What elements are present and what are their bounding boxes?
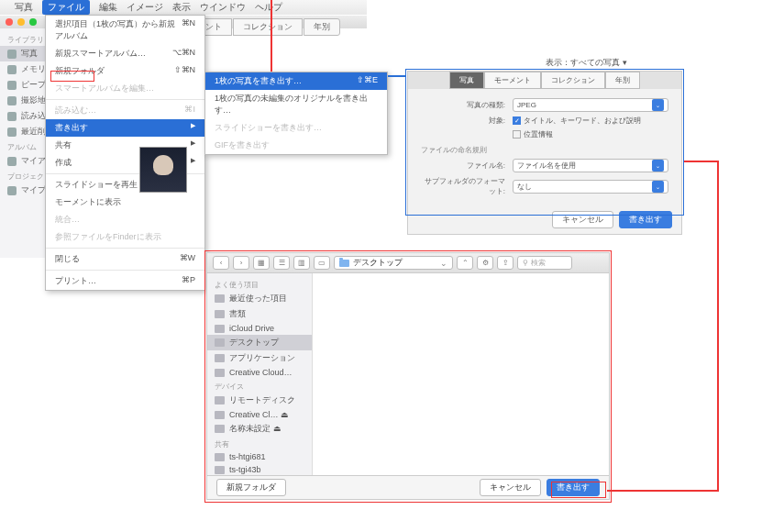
- folder-icon: [339, 260, 349, 267]
- group-button[interactable]: ⌃: [457, 256, 473, 270]
- show-filter[interactable]: 表示：すべての写真 ▾: [546, 57, 627, 69]
- annotation-line-2: [684, 161, 719, 162]
- export-tab-years[interactable]: 年別: [605, 72, 640, 89]
- save-toolbar: ‹ › ▦ ☰ ▥ ▭ デスクトップ⌄ ⌃ ⚙ ⇪ ⚲検索: [207, 253, 609, 273]
- sidebar-item-label: 撮影地: [21, 94, 46, 106]
- save-cancel-button[interactable]: キャンセル: [480, 479, 541, 496]
- folder-icon: [215, 466, 225, 474]
- save-sidebar-label: ts-tgi43b: [229, 465, 261, 474]
- save-sidebar-item[interactable]: ts-htgi681: [207, 450, 312, 463]
- menu-item[interactable]: 新規スマートアルバム…⌥⌘N: [46, 45, 204, 62]
- export-tabs: 写真 モーメント コレクション 年別: [408, 72, 681, 89]
- imports-icon: [7, 112, 17, 121]
- annotation-line-blue: [388, 75, 406, 77]
- save-sidebar-item[interactable]: 書類: [207, 306, 312, 322]
- folder-icon: [215, 425, 225, 433]
- save-sidebar-label: iCloud Drive: [229, 324, 274, 333]
- memories-icon: [7, 65, 17, 74]
- menu-view[interactable]: 表示: [172, 1, 191, 14]
- submenu-item[interactable]: 1枚の写真を書き出す…⇧⌘E: [205, 72, 387, 90]
- menu-item[interactable]: 新規フォルダ⇧⌘N: [46, 62, 204, 80]
- select-subfolder[interactable]: なし⌄: [513, 180, 668, 194]
- menu-item[interactable]: 書き出す: [46, 119, 204, 137]
- folder-icon: [215, 325, 225, 333]
- export-ok-button[interactable]: 書き出す: [619, 211, 672, 228]
- seg-years[interactable]: 年別: [304, 18, 340, 36]
- save-ok-button[interactable]: 書き出す: [547, 479, 600, 496]
- menu-item[interactable]: 選択項目（1枚の写真）から新規アルバム⌘N: [46, 16, 204, 45]
- search-field[interactable]: ⚲検索: [517, 256, 572, 270]
- view-icons-button[interactable]: ▦: [253, 256, 270, 270]
- menu-item[interactable]: モーメントに表示: [46, 194, 204, 211]
- label-include: 対象:: [421, 116, 513, 126]
- people-icon: [7, 81, 17, 90]
- menu-item: 統合…: [46, 211, 204, 228]
- zoom-icon[interactable]: [29, 18, 37, 26]
- save-sidebar-item[interactable]: Creative Cloud…: [207, 366, 312, 379]
- save-sidebar-item[interactable]: iCloud Drive: [207, 322, 312, 335]
- sidebar-item-label: 写真: [21, 48, 38, 60]
- photos-icon: [7, 50, 17, 59]
- save-sidebar-header: 共有: [207, 437, 312, 450]
- menu-file[interactable]: ファイル: [42, 0, 90, 15]
- back-button[interactable]: ‹: [213, 256, 229, 270]
- export-tab-moments[interactable]: モーメント: [484, 72, 541, 89]
- select-filename[interactable]: ファイル名を使用⌄: [513, 159, 668, 172]
- view-columns-button[interactable]: ▥: [293, 256, 310, 270]
- save-sidebar-item[interactable]: ts-tgi43b: [207, 463, 312, 475]
- menu-item[interactable]: プリント…⌘P: [46, 272, 204, 290]
- save-sidebar-label: Creative Cl… ⏏: [229, 410, 289, 419]
- menu-edit[interactable]: 編集: [99, 1, 117, 14]
- close-icon[interactable]: [6, 18, 13, 26]
- menu-photos[interactable]: 写真: [15, 1, 33, 14]
- save-sidebar-item[interactable]: アプリケーション: [207, 350, 312, 366]
- save-sidebar-item[interactable]: 名称未設定 ⏏: [207, 421, 312, 437]
- export-tab-collections[interactable]: コレクション: [541, 72, 605, 89]
- save-sidebar-item[interactable]: デスクトップ: [207, 335, 312, 350]
- project-icon: [7, 186, 17, 195]
- forward-button[interactable]: ›: [233, 256, 249, 270]
- save-dialog: ‹ › ▦ ☰ ▥ ▭ デスクトップ⌄ ⌃ ⚙ ⇪ ⚲検索 よく使う項目最近使っ…: [206, 252, 610, 500]
- export-cancel-button[interactable]: キャンセル: [552, 211, 613, 228]
- menu-item: スマートアルバムを編集…: [46, 80, 204, 97]
- menubar: 写真 ファイル 編集 イメージ 表示 ウインドウ ヘルプ: [0, 0, 367, 15]
- select-kind[interactable]: JPEG⌄: [513, 98, 668, 112]
- folder-icon: [215, 310, 225, 318]
- action-button[interactable]: ⚙: [477, 256, 493, 270]
- save-sidebar-label: リモートディスク: [229, 394, 295, 406]
- location-popup[interactable]: デスクトップ⌄: [334, 256, 453, 270]
- menu-help[interactable]: ヘルプ: [255, 1, 282, 14]
- new-folder-button[interactable]: 新規フォルダ: [216, 479, 286, 496]
- save-sidebar-header: よく使う項目: [207, 277, 312, 291]
- search-icon: ⚲: [523, 259, 528, 267]
- label-filename: ファイル名:: [421, 161, 513, 171]
- chevron-down-icon: ⌄: [652, 160, 664, 172]
- minimize-icon[interactable]: [17, 18, 25, 26]
- view-gallery-button[interactable]: ▭: [314, 256, 330, 270]
- seg-collections[interactable]: コレクション: [233, 18, 303, 36]
- save-sidebar-item[interactable]: リモートディスク: [207, 393, 312, 408]
- submenu-item: スライドショーを書き出す…: [205, 119, 387, 137]
- menu-item: 読み込む…⌘I: [46, 102, 204, 119]
- share-button[interactable]: ⇪: [497, 256, 513, 270]
- save-sidebar-label: アプリケーション: [229, 352, 295, 364]
- check-location[interactable]: 位置情報: [513, 129, 553, 139]
- export-tab-photos[interactable]: 写真: [449, 72, 484, 89]
- label-subfolder: サブフォルダのフォーマット:: [421, 176, 513, 196]
- folder-icon: [215, 453, 225, 461]
- menu-image[interactable]: イメージ: [127, 1, 163, 14]
- menu-item: 参照ファイルをFinderに表示: [46, 228, 204, 246]
- save-sidebar-item[interactable]: Creative Cl… ⏏: [207, 408, 312, 421]
- save-sidebar-label: デスクトップ: [229, 337, 279, 349]
- save-sidebar-label: Creative Cloud…: [229, 368, 293, 377]
- photo-thumbnail[interactable]: [139, 147, 187, 193]
- export-submenu: 1枚の写真を書き出す…⇧⌘E1枚の写真の未編集のオリジナルを書き出す…スライドシ…: [204, 72, 388, 155]
- view-list-button[interactable]: ☰: [273, 256, 290, 270]
- file-pane[interactable]: [313, 273, 609, 475]
- submenu-item[interactable]: 1枚の写真の未編集のオリジナルを書き出す…: [205, 90, 387, 119]
- save-sidebar-item[interactable]: 最近使った項目: [207, 291, 312, 306]
- check-metadata[interactable]: ✓タイトル、キーワード、および説明: [513, 116, 641, 126]
- menu-item[interactable]: 閉じる⌘W: [46, 250, 204, 268]
- annotation-line-1: [271, 0, 272, 72]
- menu-window[interactable]: ウインドウ: [200, 1, 246, 14]
